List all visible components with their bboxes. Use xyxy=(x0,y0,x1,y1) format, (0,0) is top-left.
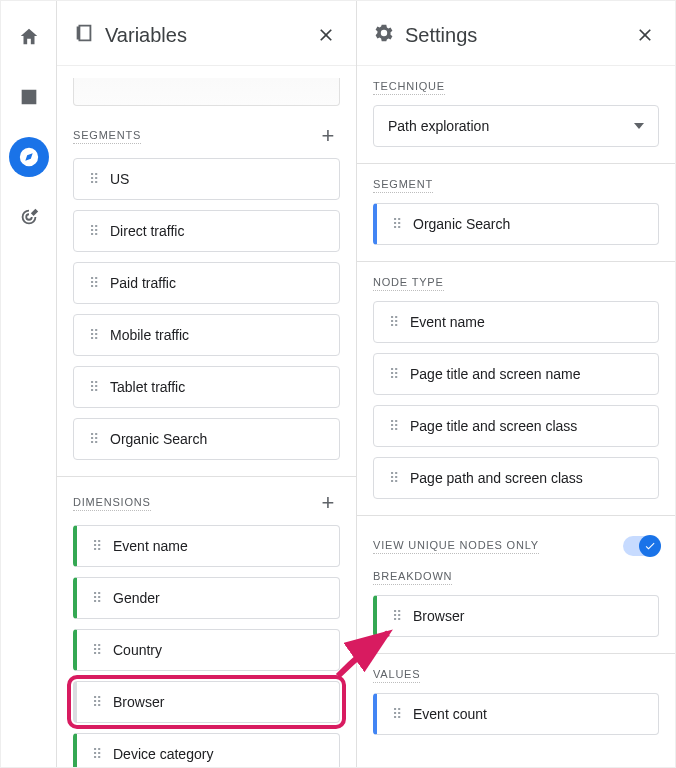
variables-icon xyxy=(73,22,95,49)
segment-dropzone-chip[interactable]: Organic Search xyxy=(373,203,659,245)
segment-chip[interactable]: Organic Search xyxy=(73,418,340,460)
dropdown-caret-icon xyxy=(634,123,644,129)
nav-home-icon[interactable] xyxy=(9,17,49,57)
drag-handle-icon[interactable] xyxy=(389,216,403,232)
dimension-chip[interactable]: Country xyxy=(73,629,340,671)
add-segment-button[interactable]: + xyxy=(316,124,340,148)
dimension-chip[interactable]: Event name xyxy=(73,525,340,567)
gear-icon xyxy=(373,22,395,49)
drag-handle-icon[interactable] xyxy=(89,590,103,606)
node-type-chip[interactable]: Event name xyxy=(373,301,659,343)
unique-nodes-label: VIEW UNIQUE NODES ONLY xyxy=(373,539,539,554)
drag-handle-icon[interactable] xyxy=(89,538,103,554)
segment-chip[interactable]: Direct traffic xyxy=(73,210,340,252)
drag-handle-icon[interactable] xyxy=(89,746,103,762)
segment-chip[interactable]: Tablet traffic xyxy=(73,366,340,408)
nav-explore-icon[interactable] xyxy=(9,137,49,177)
drag-handle-icon[interactable] xyxy=(86,379,100,395)
drag-handle-icon[interactable] xyxy=(86,223,100,239)
values-chip[interactable]: Event count xyxy=(373,693,659,735)
drag-handle-icon[interactable] xyxy=(386,366,400,382)
node-type-chip[interactable]: Page path and screen class xyxy=(373,457,659,499)
variables-title: Variables xyxy=(105,24,187,47)
settings-header: Settings xyxy=(357,1,675,66)
nav-reports-icon[interactable] xyxy=(9,77,49,117)
segments-label: SEGMENTS xyxy=(73,129,141,144)
drag-handle-icon[interactable] xyxy=(389,608,403,624)
node-type-label: NODE TYPE xyxy=(373,276,444,291)
segment-chip[interactable]: Paid traffic xyxy=(73,262,340,304)
drag-handle-icon[interactable] xyxy=(389,706,403,722)
settings-title: Settings xyxy=(405,24,477,47)
drag-handle-icon[interactable] xyxy=(386,418,400,434)
nav-advertising-icon[interactable] xyxy=(9,197,49,237)
drag-handle-icon[interactable] xyxy=(386,314,400,330)
dimension-chip[interactable]: Gender xyxy=(73,577,340,619)
node-type-chip[interactable]: Page title and screen name xyxy=(373,353,659,395)
variables-panel: Variables SEGMENTS + US Direct traffic P… xyxy=(57,1,357,767)
settings-panel: Settings TECHNIQUE Path exploration SEGM… xyxy=(357,1,675,767)
breakdown-chip[interactable]: Browser xyxy=(373,595,659,637)
segment-chip[interactable]: US xyxy=(73,158,340,200)
dimension-chip-browser[interactable]: Browser xyxy=(73,681,340,723)
values-label: VALUES xyxy=(373,668,420,683)
drag-handle-icon[interactable] xyxy=(86,431,100,447)
unique-nodes-toggle[interactable] xyxy=(623,536,659,556)
drag-handle-icon[interactable] xyxy=(89,694,103,710)
segment-label: SEGMENT xyxy=(373,178,433,193)
drag-handle-icon[interactable] xyxy=(86,327,100,343)
dimension-chip[interactable]: Device category xyxy=(73,733,340,767)
add-dimension-button[interactable]: + xyxy=(316,491,340,515)
segment-chip[interactable]: Mobile traffic xyxy=(73,314,340,356)
node-type-chip[interactable]: Page title and screen class xyxy=(373,405,659,447)
nav-rail xyxy=(1,1,57,767)
drag-handle-icon[interactable] xyxy=(86,171,100,187)
exploration-name-input[interactable] xyxy=(73,78,340,106)
close-icon[interactable] xyxy=(312,21,340,49)
breakdown-label: BREAKDOWN xyxy=(373,570,452,585)
technique-label: TECHNIQUE xyxy=(373,80,445,95)
close-icon[interactable] xyxy=(631,21,659,49)
dimensions-label: DIMENSIONS xyxy=(73,496,151,511)
drag-handle-icon[interactable] xyxy=(86,275,100,291)
variables-header: Variables xyxy=(57,1,356,66)
technique-select[interactable]: Path exploration xyxy=(373,105,659,147)
drag-handle-icon[interactable] xyxy=(386,470,400,486)
drag-handle-icon[interactable] xyxy=(89,642,103,658)
